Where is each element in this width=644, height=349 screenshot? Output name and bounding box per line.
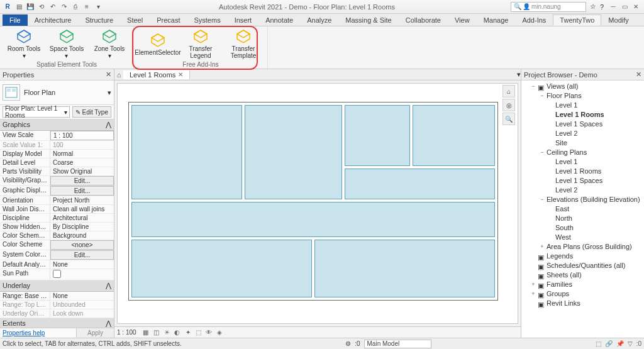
tree-node[interactable]: +▣Families [523,280,643,289]
zone-tools-button[interactable]: Zone Tools▾ [89,28,130,60]
tree-node[interactable]: Level 1 Rooms [523,110,643,119]
prop-row[interactable]: Default Analysis Dis...None [0,260,114,269]
help-icon[interactable]: ? [600,3,604,11]
room[interactable] [413,105,495,166]
browser-close-icon[interactable]: ✕ [636,70,641,79]
ribbon-tab-precast[interactable]: Precast [150,14,187,26]
apply-button[interactable]: Apply [76,328,114,338]
vc-sun-icon[interactable]: ☀ [162,329,171,336]
prop-row[interactable]: OrientationProject North [0,196,114,205]
tree-node[interactable]: −Ceiling Plans [523,148,643,157]
tree-node[interactable]: ▣Revit Links [523,299,643,308]
prop-row[interactable]: Parts VisibilityShow Original [0,167,114,176]
instance-selector[interactable]: Floor Plan: Level 1 Rooms ▾ [3,106,70,118]
vc-crop-icon[interactable]: ⬚ [194,329,203,336]
ribbon-tab-analyze[interactable]: Analyze [300,14,338,26]
ribbon-tab-structure[interactable]: Structure [78,14,120,26]
ribbon-tab-systems[interactable]: Systems [187,14,227,26]
status-pin-icon[interactable]: 📌 [616,340,624,347]
tree-node[interactable]: ▣Sheets (all) [523,270,643,280]
tree-node[interactable]: −▣Views (all) [523,82,643,91]
tree-node[interactable]: South [523,223,643,233]
prop-group[interactable]: Underlay⋀ [0,280,114,292]
edit-type-button[interactable]: ✎Edit Type [72,106,111,118]
ribbon-tab-view[interactable]: View [448,14,477,26]
ribbon-tab-add-ins[interactable]: Add-Ins [515,14,553,26]
vc-render-icon[interactable]: ✦ [184,329,192,336]
status-worksets-icon[interactable]: ⚙ [345,340,351,347]
ribbon-tab-manage[interactable]: Manage [477,14,516,26]
tree-node[interactable]: +Area Plans (Gross Building) [523,242,643,252]
minimize-button[interactable]: ─ [608,2,619,12]
status-select-icon[interactable]: ⬚ [596,340,601,347]
vc-hide-icon[interactable]: 👁 [204,329,213,336]
view-tab-close-icon[interactable]: ✕ [178,71,183,78]
prop-row[interactable]: Wall Join DisplayClean all wall joins [0,205,114,214]
nav-home-icon[interactable]: ⌂ [502,85,515,97]
ribbon-tab-collaborate[interactable]: Collaborate [399,14,448,26]
prop-group[interactable]: Graphics⋀ [0,119,114,131]
vc-reveal-icon[interactable]: ◈ [215,329,224,336]
ribbon-tab-insert[interactable]: Insert [228,14,259,26]
qat-sync-icon[interactable]: ⟲ [36,2,47,12]
prop-row[interactable]: View Scale1 : 100 [0,131,114,141]
tree-node[interactable]: ▣Schedules/Quantities (all) [523,261,643,270]
ribbon-tab-annotate[interactable]: Annotate [258,14,300,26]
room[interactable] [345,169,495,199]
tree-node[interactable]: West [523,233,643,242]
prop-row[interactable]: Visibility/Graphics ...Edit... [0,176,114,186]
prop-row[interactable]: Graphic Display Op...Edit... [0,186,114,196]
ribbon-tab-file[interactable]: File [3,14,28,26]
tree-node[interactable]: −Elevations (Building Elevation) [523,195,643,204]
properties-close-icon[interactable]: ✕ [106,70,111,79]
prop-row[interactable]: Scale Value 1:100 [0,141,114,150]
room[interactable] [131,202,495,237]
status-link-icon[interactable]: 🔗 [605,340,613,347]
qat-open-icon[interactable]: ▤ [14,2,24,12]
vc-detail-icon[interactable]: ▦ [142,329,150,336]
drawing-canvas[interactable]: ⌂ ◎ 🔍 [117,83,518,324]
qat-dropdown-icon[interactable]: ▾ [93,2,103,12]
transfer-legend-button[interactable]: Transfer Legend [180,28,221,60]
prop-group[interactable]: Extents⋀ [0,318,114,328]
prop-row[interactable]: Sun Path [0,269,114,280]
ribbon-tab-modify[interactable]: Modify [601,14,635,26]
prop-row[interactable]: System Color Sche...Edit... [0,250,114,260]
tree-node[interactable]: Level 2 [523,129,643,138]
tree-node[interactable]: Level 1 [523,157,643,167]
room[interactable] [245,105,342,199]
properties-help-link[interactable]: Properties help [0,328,76,338]
ribbon-tab-massing---site[interactable]: Massing & Site [338,14,398,26]
qat-undo-icon[interactable]: ↶ [48,2,58,12]
vc-style-icon[interactable]: ◫ [152,329,160,336]
maximize-button[interactable]: ▭ [619,2,630,12]
room[interactable] [131,240,312,297]
tree-node[interactable]: Level 1 Rooms [523,167,643,176]
prop-row[interactable]: DisciplineArchitectural [0,214,114,223]
tree-node[interactable]: Site [523,138,643,148]
room[interactable] [345,105,410,166]
view-tab[interactable]: Level 1 Rooms ✕ [123,70,190,79]
main-model-select[interactable]: Main Model [364,340,432,348]
home-view-icon[interactable]: ⌂ [114,71,123,79]
tree-node[interactable]: Level 2 [523,186,643,195]
type-dropdown-icon[interactable]: ▾ [108,89,111,97]
qat-save-icon[interactable]: 💾 [25,2,35,12]
tree-node[interactable]: Level 1 [523,101,643,110]
qat-redo-icon[interactable]: ↷ [59,2,69,12]
status-filter-icon[interactable]: ▽ [628,340,633,347]
ribbon-tab-steel[interactable]: Steel [120,14,150,26]
tree-node[interactable]: −Floor Plans [523,91,643,101]
ribbon-tab-architecture[interactable]: Architecture [28,14,79,26]
tree-node[interactable]: Level 1 Spaces [523,176,643,186]
tree-node[interactable]: +▣Groups [523,289,643,299]
nav-wheel-icon[interactable]: ◎ [502,99,515,111]
favorites-icon[interactable]: ☆ [590,3,596,11]
tree-node[interactable]: ▣Legends [523,252,643,261]
ribbon-tab-twentytwo[interactable]: TwentyTwo [553,14,601,26]
nav-zoom-icon[interactable]: 🔍 [502,113,515,125]
prop-row[interactable]: Detail LevelCoarse [0,158,114,167]
search-box[interactable]: 🔍 👤 min.naung [511,2,586,12]
room[interactable] [314,240,495,297]
prop-row[interactable]: Color Scheme Loca...Background [0,231,114,240]
